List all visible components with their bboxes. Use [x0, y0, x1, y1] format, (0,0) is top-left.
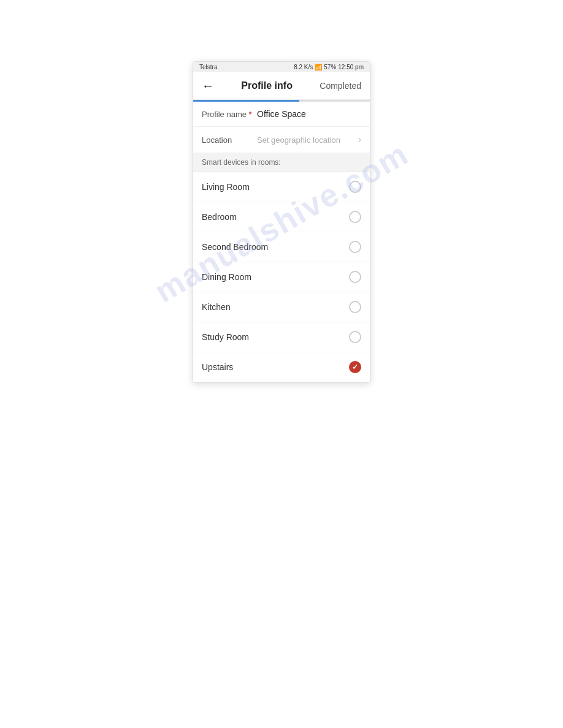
profile-name-value: Office Space: [257, 109, 306, 119]
status-right: 8.2 K/s 📶 57% 12:50 pm: [294, 64, 364, 70]
signal-icons: 📶: [315, 64, 322, 70]
location-placeholder: Set geographic location: [257, 135, 358, 145]
room-item[interactable]: Study Room: [193, 322, 370, 352]
profile-name-label: Profile name: [202, 110, 257, 119]
room-name-label: Upstairs: [202, 362, 233, 372]
room-name-label: Second Bedroom: [202, 242, 268, 252]
room-name-label: Kitchen: [202, 302, 231, 312]
time-label: 12:50 pm: [338, 64, 364, 70]
room-radio-button[interactable]: [349, 331, 361, 343]
smart-devices-section-header: Smart devices in rooms:: [193, 153, 370, 172]
location-row[interactable]: Location Set geographic location ›: [193, 127, 370, 153]
room-radio-button[interactable]: [349, 211, 361, 223]
profile-name-row[interactable]: Profile name Office Space: [193, 102, 370, 127]
app-header: ← Profile info Completed: [193, 72, 370, 100]
room-name-label: Study Room: [202, 332, 249, 342]
room-radio-button[interactable]: [349, 301, 361, 313]
room-item[interactable]: Bedroom: [193, 202, 370, 232]
room-item[interactable]: Living Room: [193, 172, 370, 202]
room-radio-button[interactable]: [349, 271, 361, 283]
location-label: Location: [202, 135, 257, 145]
header-title: Profile info: [241, 80, 293, 91]
speed-label: 8.2 K/s: [294, 64, 313, 70]
back-button[interactable]: ←: [202, 80, 214, 92]
room-name-label: Living Room: [202, 182, 250, 192]
room-name-label: Dining Room: [202, 272, 251, 282]
room-item[interactable]: Upstairs: [193, 352, 370, 382]
chevron-right-icon: ›: [358, 134, 361, 145]
section-header-label: Smart devices in rooms:: [202, 158, 281, 167]
room-item[interactable]: Kitchen: [193, 292, 370, 322]
battery-label: 57%: [324, 64, 336, 70]
room-name-label: Bedroom: [202, 212, 237, 222]
room-radio-button[interactable]: [349, 361, 361, 373]
room-radio-button[interactable]: [349, 181, 361, 193]
completed-label: Completed: [320, 81, 361, 91]
phone-frame: Telstra 8.2 K/s 📶 57% 12:50 pm ← Profile…: [193, 61, 370, 383]
room-list: Living RoomBedroomSecond BedroomDining R…: [193, 172, 370, 382]
room-radio-button[interactable]: [349, 241, 361, 253]
room-item[interactable]: Second Bedroom: [193, 232, 370, 262]
room-item[interactable]: Dining Room: [193, 262, 370, 292]
status-bar: Telstra 8.2 K/s 📶 57% 12:50 pm: [193, 62, 370, 72]
carrier-label: Telstra: [199, 64, 217, 70]
